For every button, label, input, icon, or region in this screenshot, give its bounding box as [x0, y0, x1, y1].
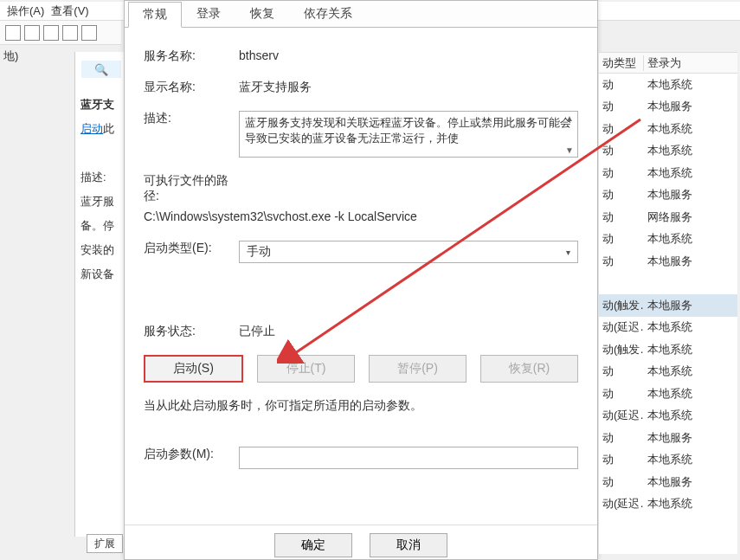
menu-view[interactable]: 查看(V): [48, 2, 92, 21]
service-row[interactable]: 动本地系统: [599, 162, 737, 184]
chevron-down-icon: ▾: [566, 248, 570, 257]
cell-logon-as: 本地系统: [644, 386, 737, 402]
toolbar: [0, 21, 121, 45]
cell-startup-type: 动: [599, 231, 644, 247]
service-row[interactable]: 动网络服务: [599, 206, 737, 229]
service-row[interactable]: 动(触发…本地系统: [599, 338, 737, 361]
service-row[interactable]: 动(延迟…本地系统: [599, 405, 737, 428]
header-startup-type[interactable]: 动类型: [599, 55, 644, 71]
label-description: 描述:: [144, 111, 239, 126]
description-box[interactable]: 蓝牙服务支持发现和关联远程蓝牙设备。停止或禁用此服务可能会导致已安装的蓝牙设备无…: [239, 111, 578, 158]
startup-params-hint: 当从此处启动服务时，你可指定所适用的启动参数。: [144, 398, 578, 414]
value-service-name: bthserv: [239, 48, 578, 62]
service-row[interactable]: 动(延迟…本地系统: [599, 493, 737, 516]
service-row[interactable]: 动本地服务: [599, 250, 737, 273]
services-list-header: 动类型 登录为: [599, 53, 737, 74]
start-service-link[interactable]: 启动: [80, 122, 103, 135]
toolbar-icon-3[interactable]: [43, 25, 59, 41]
service-row[interactable]: 动本地系统: [599, 361, 737, 383]
cell-startup-type: 动: [599, 99, 644, 114]
service-row[interactable]: 动本地系统: [599, 229, 737, 251]
cell-logon-as: 本地服务: [644, 187, 737, 203]
service-row[interactable]: 动(延迟…本地系统: [599, 317, 737, 339]
toolbar-icon-1[interactable]: [5, 25, 21, 41]
service-row[interactable]: 动本地系统: [599, 449, 737, 472]
cell-logon-as: 本地服务: [644, 298, 737, 313]
description-text: 蓝牙服务支持发现和关联远程蓝牙设备。停止或禁用此服务可能会导致已安装的蓝牙设备无…: [245, 116, 571, 145]
cell-startup-type: 动: [599, 386, 644, 402]
label-service-status: 服务状态:: [144, 324, 239, 339]
header-logon-as[interactable]: 登录为: [644, 55, 737, 71]
toolbar-icon-4[interactable]: [62, 25, 78, 41]
service-row[interactable]: 动本地系统: [599, 140, 737, 163]
service-row[interactable]: 动本地服务: [599, 427, 737, 449]
cell-startup-type: 动: [599, 364, 644, 379]
cell-startup-type: 动(延迟…: [599, 496, 644, 512]
toolbar-icon-5[interactable]: [81, 25, 97, 41]
cell-logon-as: 本地服务: [644, 254, 737, 269]
cell-logon-as: 本地服务: [644, 474, 737, 490]
value-display-name: 蓝牙支持服务: [239, 80, 578, 95]
startup-type-dropdown[interactable]: 手动 ▾: [239, 241, 578, 263]
tab-dependencies[interactable]: 依存关系: [289, 1, 367, 27]
cell-startup-type: 动(延迟…: [599, 319, 644, 335]
cell-logon-as: 本地服务: [644, 430, 737, 446]
value-exe-path: C:\Windows\system32\svchost.exe -k Local…: [144, 209, 578, 223]
tab-recovery[interactable]: 恢复: [235, 1, 289, 27]
cell-startup-type: 动: [599, 165, 644, 181]
service-row[interactable]: 动本地系统: [599, 383, 737, 405]
cell-logon-as: 本地系统: [644, 77, 737, 93]
cell-startup-type: 动(触发…: [599, 342, 644, 357]
cell-logon-as: 本地系统: [644, 143, 737, 158]
desc-line-4: 新设备: [75, 265, 126, 284]
label-display-name: 显示名称:: [144, 80, 239, 95]
cell-logon-as: 本地服务: [644, 99, 737, 114]
cancel-button[interactable]: 取消: [370, 533, 447, 557]
service-row[interactable]: 动本地服务: [599, 96, 737, 119]
cell-startup-type: 动: [599, 474, 644, 490]
toolbar-icon-2[interactable]: [24, 25, 40, 41]
cell-logon-as: 本地系统: [644, 165, 737, 181]
scroll-up-icon[interactable]: ▲: [563, 113, 576, 123]
label-service-name: 服务名称:: [144, 48, 239, 64]
menu-file[interactable]: 操作(A): [3, 2, 48, 21]
extended-tab[interactable]: 扩展: [87, 534, 123, 553]
pause-button: 暂停(P): [369, 355, 467, 383]
tab-logon[interactable]: 登录: [182, 1, 235, 27]
tab-general[interactable]: 常规: [128, 2, 182, 28]
cell-startup-type: 动: [599, 143, 644, 158]
desc-line-2: 备。停: [75, 216, 126, 235]
start-params-input[interactable]: [239, 447, 578, 469]
service-row[interactable]: 动本地系统: [599, 74, 737, 96]
service-properties-dialog: 常规 登录 恢复 依存关系 服务名称: bthserv 显示名称: 蓝牙支持服务…: [124, 0, 598, 560]
desc-line-1: 蓝牙服: [75, 192, 126, 211]
tab-body-general: 服务名称: bthserv 显示名称: 蓝牙支持服务 描述: 蓝牙服务支持发现和…: [125, 27, 597, 493]
description-scrollbar[interactable]: ▲ ▼: [563, 113, 576, 155]
services-detail-panel: 🔍 蓝牙支 启动此 描述: 蓝牙服 备。停 安装的 新设备: [74, 52, 126, 537]
services-list: 动类型 登录为 动本地系统动本地服务动本地系统动本地系统动本地系统动本地服务动网…: [599, 52, 737, 554]
cell-startup-type: 动: [599, 430, 644, 446]
service-row[interactable]: 动本地服务: [599, 184, 737, 207]
cell-startup-type: 动: [599, 77, 644, 93]
cell-startup-type: 动: [599, 254, 644, 269]
ok-button[interactable]: 确定: [274, 533, 352, 557]
service-row[interactable]: [599, 273, 737, 295]
label-start-params: 启动参数(M):: [144, 447, 239, 462]
search-icon[interactable]: 🔍: [81, 61, 121, 78]
cell-startup-type: 动(延迟…: [599, 408, 644, 423]
cell-logon-as: 本地系统: [644, 121, 737, 137]
service-row[interactable]: 动本地系统: [599, 118, 737, 140]
stop-button: 停止(T): [257, 355, 355, 383]
service-row[interactable]: 动本地服务: [599, 471, 737, 493]
cell-logon-as: 本地系统: [644, 364, 737, 379]
tree-stub: 地): [3, 48, 35, 64]
scroll-down-icon[interactable]: ▼: [563, 145, 576, 155]
cell-logon-as: 本地系统: [644, 408, 737, 423]
value-service-status: 已停止: [239, 324, 578, 339]
service-row[interactable]: 动(触发…本地服务: [599, 294, 737, 317]
cell-logon-as: 本地系统: [644, 319, 737, 335]
start-button[interactable]: 启动(S): [144, 355, 243, 383]
cell-startup-type: 动(触发…: [599, 298, 644, 313]
label-startup-type: 启动类型(E):: [144, 241, 239, 256]
cell-logon-as: 本地系统: [644, 496, 737, 512]
